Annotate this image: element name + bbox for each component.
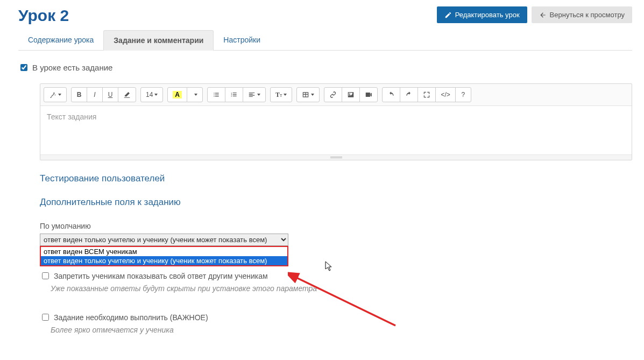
task-present-checkbox[interactable] <box>20 64 27 71</box>
magic-icon <box>49 91 56 98</box>
underline-icon: U <box>108 91 113 98</box>
testing-section-link[interactable]: Тестирование пользователей <box>40 173 632 184</box>
eraser-icon <box>123 91 131 98</box>
text-color-icon: A <box>173 91 182 98</box>
caret-icon <box>58 94 61 96</box>
default-visibility-select[interactable]: ответ виден только учителю и ученику (уч… <box>40 234 288 246</box>
caret-icon <box>154 94 158 96</box>
forbid-show-label: Запретить ученикам показывать свой ответ… <box>54 272 268 280</box>
toolbar-ul-button[interactable] <box>207 87 225 102</box>
mandatory-row[interactable]: Задание необходимо выполнить (ВАЖНОЕ) <box>40 312 632 322</box>
fontsize-label: 14 <box>146 91 153 98</box>
align-icon <box>248 91 256 98</box>
table-icon <box>302 91 309 98</box>
mandatory-hint: Более ярко отмечается у ученика <box>51 326 632 334</box>
forbid-show-checkbox[interactable] <box>42 272 49 279</box>
additional-fields-link[interactable]: Дополнительные поля к заданию <box>40 197 632 208</box>
task-present-row[interactable]: В уроке есть задание <box>18 62 632 73</box>
redo-icon <box>405 91 413 98</box>
toolbar-fontsize-button[interactable]: 14 <box>140 87 163 102</box>
undo-icon <box>387 91 395 98</box>
page-title: Урок 2 <box>18 6 69 25</box>
visibility-option-teacher[interactable]: ответ виден только учителю и ученику (уч… <box>41 256 287 265</box>
edit-lesson-button[interactable]: Редактировать урок <box>437 6 527 23</box>
tab-content[interactable]: Содержание урока <box>18 30 103 50</box>
video-icon <box>365 91 372 98</box>
forbid-show-row[interactable]: Запретить ученикам показывать свой ответ… <box>40 271 632 281</box>
toolbar-image-button[interactable] <box>342 87 360 102</box>
italic-icon: I <box>94 91 95 98</box>
toolbar-bold-button[interactable]: B <box>71 87 87 102</box>
toolbar-undo-button[interactable] <box>382 87 400 102</box>
toolbar-video-button[interactable] <box>359 87 378 102</box>
task-present-label: В уроке есть задание <box>32 63 112 72</box>
tab-settings[interactable]: Настройки <box>214 30 270 50</box>
toolbar-heading-button[interactable]: Tт <box>270 87 292 102</box>
caret-icon <box>194 94 197 96</box>
toolbar-italic-button[interactable]: I <box>87 87 103 102</box>
default-visibility-label: По умолчанию <box>40 222 632 230</box>
editor-toolbar: B I U 14 A <box>40 84 632 106</box>
mandatory-checkbox[interactable] <box>42 314 49 321</box>
heading-icon: Tт <box>275 91 282 99</box>
rich-text-editor: B I U 14 A <box>40 83 632 160</box>
toolbar-code-button[interactable]: </> <box>435 87 455 102</box>
toolbar-color-more-button[interactable] <box>187 87 203 102</box>
bold-icon: B <box>77 91 82 98</box>
toolbar-redo-button[interactable] <box>400 87 418 102</box>
visibility-option-all[interactable]: ответ виден ВСЕМ ученикам <box>41 247 287 256</box>
help-icon: ? <box>461 91 465 98</box>
toolbar-fullscreen-button[interactable] <box>417 87 436 102</box>
edit-lesson-label: Редактировать урок <box>455 11 520 19</box>
list-ol-icon <box>230 91 238 98</box>
caret-icon <box>284 94 287 96</box>
toolbar-style-button[interactable] <box>44 87 67 102</box>
toolbar-underline-button[interactable]: U <box>102 87 118 102</box>
toolbar-link-button[interactable] <box>324 87 342 102</box>
mandatory-label: Задание необходимо выполнить (ВАЖНОЕ) <box>54 313 208 322</box>
toolbar-color-button[interactable]: A <box>167 87 187 102</box>
caret-icon <box>311 94 314 96</box>
toolbar-erase-button[interactable] <box>118 87 136 102</box>
toolbar-table-button[interactable] <box>296 87 320 102</box>
link-icon <box>329 91 337 98</box>
tabs: Содержание урока Задание и комментарии Н… <box>18 30 632 51</box>
list-ul-icon <box>213 91 220 98</box>
caret-icon <box>257 94 260 96</box>
tab-task[interactable]: Задание и комментарии <box>103 30 214 51</box>
back-button[interactable]: Вернуться к просмотру <box>532 6 632 23</box>
image-icon <box>347 91 355 98</box>
toolbar-help-button[interactable]: ? <box>455 87 471 102</box>
visibility-dropdown-list: ответ виден ВСЕМ ученикам ответ виден то… <box>40 246 288 266</box>
toolbar-ol-button[interactable] <box>225 87 243 102</box>
editor-textarea[interactable]: Текст задания <box>40 106 632 154</box>
toolbar-align-button[interactable] <box>243 87 266 102</box>
forbid-show-hint: Уже показанные ответы будут скрыты при у… <box>51 284 632 293</box>
back-button-label: Вернуться к просмотру <box>550 11 625 19</box>
code-icon: </> <box>441 91 450 98</box>
resize-handle[interactable] <box>40 154 632 160</box>
edit-icon <box>444 11 452 19</box>
fullscreen-icon <box>423 91 430 98</box>
arrow-left-icon <box>539 11 547 19</box>
